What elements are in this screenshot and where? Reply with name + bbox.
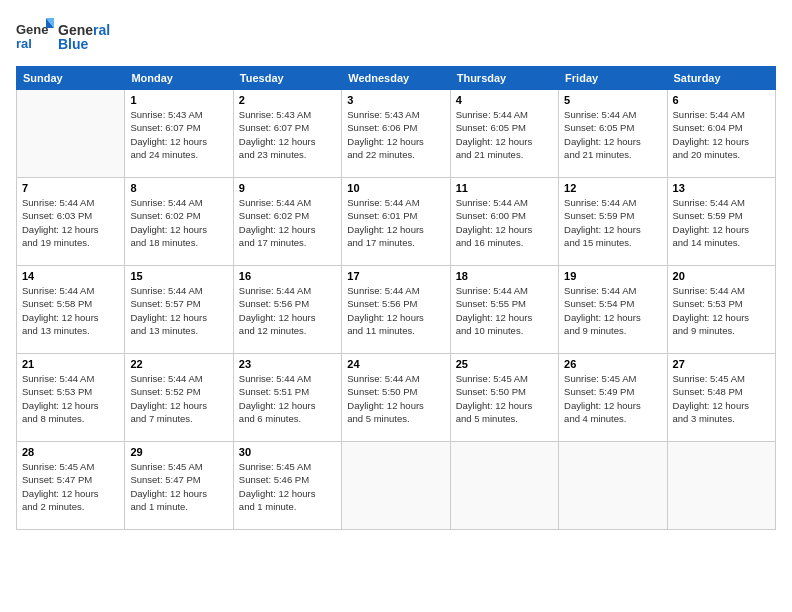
page-header: Gene ral General Blue: [16, 16, 776, 58]
day-number: 5: [564, 94, 661, 106]
column-header-sunday: Sunday: [17, 67, 125, 90]
day-info: Sunrise: 5:45 AM Sunset: 5:48 PM Dayligh…: [673, 372, 770, 425]
day-number: 26: [564, 358, 661, 370]
day-info: Sunrise: 5:44 AM Sunset: 5:51 PM Dayligh…: [239, 372, 336, 425]
header-row: SundayMondayTuesdayWednesdayThursdayFrid…: [17, 67, 776, 90]
day-number: 29: [130, 446, 227, 458]
day-number: 9: [239, 182, 336, 194]
day-cell: 6Sunrise: 5:44 AM Sunset: 6:04 PM Daylig…: [667, 90, 775, 178]
day-info: Sunrise: 5:44 AM Sunset: 6:02 PM Dayligh…: [130, 196, 227, 249]
day-number: 14: [22, 270, 119, 282]
day-cell: 29Sunrise: 5:45 AM Sunset: 5:47 PM Dayli…: [125, 442, 233, 530]
column-header-wednesday: Wednesday: [342, 67, 450, 90]
day-info: Sunrise: 5:44 AM Sunset: 5:52 PM Dayligh…: [130, 372, 227, 425]
day-info: Sunrise: 5:44 AM Sunset: 5:50 PM Dayligh…: [347, 372, 444, 425]
day-info: Sunrise: 5:44 AM Sunset: 6:00 PM Dayligh…: [456, 196, 553, 249]
day-info: Sunrise: 5:44 AM Sunset: 6:03 PM Dayligh…: [22, 196, 119, 249]
day-cell: [342, 442, 450, 530]
svg-text:ral: ral: [16, 36, 32, 51]
day-info: Sunrise: 5:45 AM Sunset: 5:46 PM Dayligh…: [239, 460, 336, 513]
day-cell: 13Sunrise: 5:44 AM Sunset: 5:59 PM Dayli…: [667, 178, 775, 266]
logo-blue-word: Blue: [58, 37, 110, 51]
day-cell: [559, 442, 667, 530]
day-cell: 20Sunrise: 5:44 AM Sunset: 5:53 PM Dayli…: [667, 266, 775, 354]
day-info: Sunrise: 5:44 AM Sunset: 6:01 PM Dayligh…: [347, 196, 444, 249]
day-info: Sunrise: 5:45 AM Sunset: 5:50 PM Dayligh…: [456, 372, 553, 425]
day-cell: 5Sunrise: 5:44 AM Sunset: 6:05 PM Daylig…: [559, 90, 667, 178]
day-number: 12: [564, 182, 661, 194]
day-info: Sunrise: 5:43 AM Sunset: 6:07 PM Dayligh…: [239, 108, 336, 161]
day-number: 23: [239, 358, 336, 370]
week-row-5: 28Sunrise: 5:45 AM Sunset: 5:47 PM Dayli…: [17, 442, 776, 530]
day-cell: 14Sunrise: 5:44 AM Sunset: 5:58 PM Dayli…: [17, 266, 125, 354]
svg-text:Gene: Gene: [16, 22, 49, 37]
day-cell: 4Sunrise: 5:44 AM Sunset: 6:05 PM Daylig…: [450, 90, 558, 178]
calendar-header: SundayMondayTuesdayWednesdayThursdayFrid…: [17, 67, 776, 90]
day-cell: [450, 442, 558, 530]
day-cell: 27Sunrise: 5:45 AM Sunset: 5:48 PM Dayli…: [667, 354, 775, 442]
day-info: Sunrise: 5:45 AM Sunset: 5:49 PM Dayligh…: [564, 372, 661, 425]
day-info: Sunrise: 5:44 AM Sunset: 6:05 PM Dayligh…: [456, 108, 553, 161]
day-cell: 15Sunrise: 5:44 AM Sunset: 5:57 PM Dayli…: [125, 266, 233, 354]
week-row-4: 21Sunrise: 5:44 AM Sunset: 5:53 PM Dayli…: [17, 354, 776, 442]
day-number: 22: [130, 358, 227, 370]
day-cell: 19Sunrise: 5:44 AM Sunset: 5:54 PM Dayli…: [559, 266, 667, 354]
day-number: 21: [22, 358, 119, 370]
column-header-monday: Monday: [125, 67, 233, 90]
day-info: Sunrise: 5:45 AM Sunset: 5:47 PM Dayligh…: [22, 460, 119, 513]
day-number: 28: [22, 446, 119, 458]
day-number: 16: [239, 270, 336, 282]
column-header-thursday: Thursday: [450, 67, 558, 90]
day-number: 7: [22, 182, 119, 194]
column-header-friday: Friday: [559, 67, 667, 90]
day-cell: 16Sunrise: 5:44 AM Sunset: 5:56 PM Dayli…: [233, 266, 341, 354]
week-row-1: 1Sunrise: 5:43 AM Sunset: 6:07 PM Daylig…: [17, 90, 776, 178]
day-info: Sunrise: 5:44 AM Sunset: 5:55 PM Dayligh…: [456, 284, 553, 337]
day-cell: 22Sunrise: 5:44 AM Sunset: 5:52 PM Dayli…: [125, 354, 233, 442]
day-info: Sunrise: 5:44 AM Sunset: 6:04 PM Dayligh…: [673, 108, 770, 161]
day-info: Sunrise: 5:44 AM Sunset: 6:05 PM Dayligh…: [564, 108, 661, 161]
logo: Gene ral General Blue: [16, 16, 110, 58]
column-header-saturday: Saturday: [667, 67, 775, 90]
day-number: 18: [456, 270, 553, 282]
day-info: Sunrise: 5:44 AM Sunset: 5:58 PM Dayligh…: [22, 284, 119, 337]
day-cell: 10Sunrise: 5:44 AM Sunset: 6:01 PM Dayli…: [342, 178, 450, 266]
day-cell: 9Sunrise: 5:44 AM Sunset: 6:02 PM Daylig…: [233, 178, 341, 266]
day-cell: 2Sunrise: 5:43 AM Sunset: 6:07 PM Daylig…: [233, 90, 341, 178]
day-info: Sunrise: 5:44 AM Sunset: 5:56 PM Dayligh…: [239, 284, 336, 337]
day-number: 19: [564, 270, 661, 282]
day-info: Sunrise: 5:44 AM Sunset: 5:59 PM Dayligh…: [673, 196, 770, 249]
day-info: Sunrise: 5:44 AM Sunset: 5:59 PM Dayligh…: [564, 196, 661, 249]
day-number: 17: [347, 270, 444, 282]
day-info: Sunrise: 5:45 AM Sunset: 5:47 PM Dayligh…: [130, 460, 227, 513]
day-number: 24: [347, 358, 444, 370]
calendar-table: SundayMondayTuesdayWednesdayThursdayFrid…: [16, 66, 776, 530]
day-cell: 17Sunrise: 5:44 AM Sunset: 5:56 PM Dayli…: [342, 266, 450, 354]
day-cell: 25Sunrise: 5:45 AM Sunset: 5:50 PM Dayli…: [450, 354, 558, 442]
day-cell: 3Sunrise: 5:43 AM Sunset: 6:06 PM Daylig…: [342, 90, 450, 178]
day-number: 25: [456, 358, 553, 370]
day-info: Sunrise: 5:44 AM Sunset: 6:02 PM Dayligh…: [239, 196, 336, 249]
day-number: 1: [130, 94, 227, 106]
day-cell: 12Sunrise: 5:44 AM Sunset: 5:59 PM Dayli…: [559, 178, 667, 266]
day-number: 30: [239, 446, 336, 458]
day-cell: 18Sunrise: 5:44 AM Sunset: 5:55 PM Dayli…: [450, 266, 558, 354]
day-cell: [667, 442, 775, 530]
day-info: Sunrise: 5:44 AM Sunset: 5:57 PM Dayligh…: [130, 284, 227, 337]
day-info: Sunrise: 5:43 AM Sunset: 6:06 PM Dayligh…: [347, 108, 444, 161]
logo-svg: Gene ral: [16, 16, 54, 58]
day-number: 6: [673, 94, 770, 106]
day-number: 3: [347, 94, 444, 106]
day-info: Sunrise: 5:44 AM Sunset: 5:53 PM Dayligh…: [22, 372, 119, 425]
calendar-body: 1Sunrise: 5:43 AM Sunset: 6:07 PM Daylig…: [17, 90, 776, 530]
day-cell: 8Sunrise: 5:44 AM Sunset: 6:02 PM Daylig…: [125, 178, 233, 266]
day-cell: 7Sunrise: 5:44 AM Sunset: 6:03 PM Daylig…: [17, 178, 125, 266]
day-cell: 28Sunrise: 5:45 AM Sunset: 5:47 PM Dayli…: [17, 442, 125, 530]
day-info: Sunrise: 5:44 AM Sunset: 5:53 PM Dayligh…: [673, 284, 770, 337]
day-cell: 24Sunrise: 5:44 AM Sunset: 5:50 PM Dayli…: [342, 354, 450, 442]
day-info: Sunrise: 5:43 AM Sunset: 6:07 PM Dayligh…: [130, 108, 227, 161]
day-cell: 30Sunrise: 5:45 AM Sunset: 5:46 PM Dayli…: [233, 442, 341, 530]
day-info: Sunrise: 5:44 AM Sunset: 5:56 PM Dayligh…: [347, 284, 444, 337]
day-cell: 23Sunrise: 5:44 AM Sunset: 5:51 PM Dayli…: [233, 354, 341, 442]
week-row-3: 14Sunrise: 5:44 AM Sunset: 5:58 PM Dayli…: [17, 266, 776, 354]
